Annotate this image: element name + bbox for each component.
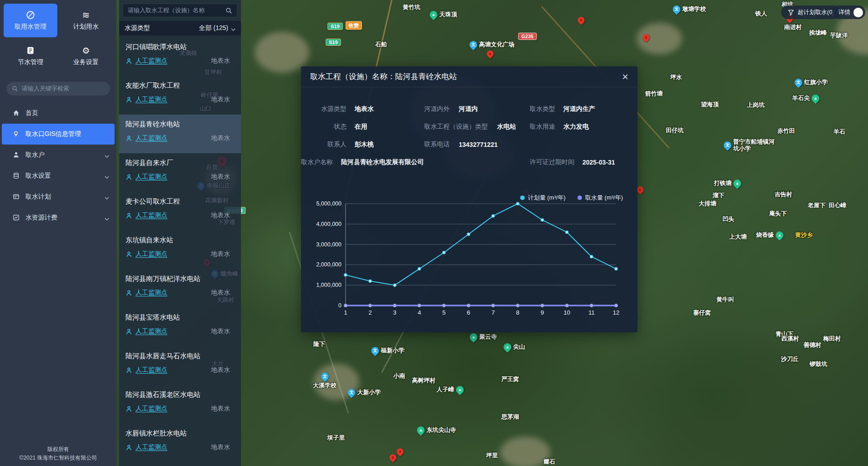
mountain-pin-icon[interactable]: ▲ <box>468 331 479 342</box>
map-label[interactable]: 南进村 <box>784 23 802 31</box>
station-list-item[interactable]: 水唇镇水栏肚水电站 人工监测点 地表水 <box>119 424 241 462</box>
map-label[interactable]: 善德村 <box>804 341 822 349</box>
map-label[interactable]: 黄牛叫 <box>717 296 734 304</box>
monitor-type[interactable]: 人工监测点 <box>135 173 167 181</box>
map-label[interactable]: S19 <box>327 23 343 30</box>
school-pin-icon[interactable]: 文 <box>793 77 804 88</box>
station-list-item[interactable]: 陆河县水唇走马石水电站 人工监测点 地表水 <box>119 346 241 385</box>
sidebar-menu-item[interactable]: 水资源计费 <box>0 207 116 228</box>
station-list-item[interactable]: 陆河县南万镇杞洋水电站 人工监测点 地表水 <box>119 269 241 308</box>
school-pin-icon[interactable]: 文 <box>346 387 357 398</box>
map-label[interactable]: 隆下 <box>313 340 325 348</box>
station-search-input[interactable]: 请输入取水工程（设施）名称 <box>123 4 237 17</box>
map-label[interactable]: 高树坪村 <box>412 376 436 385</box>
map-label[interactable]: 石船 <box>375 40 387 49</box>
map-label[interactable]: 上大塘 <box>729 233 747 241</box>
map-label[interactable]: 锣鼓坑 <box>810 360 828 368</box>
sidebar-menu-item[interactable]: 取水计划 <box>0 186 116 207</box>
map-label[interactable]: 西溪村 <box>782 335 799 343</box>
map-label[interactable]: 黄沙乡 <box>795 231 813 239</box>
map-label[interactable]: 溜下 <box>712 191 724 200</box>
mountain-pin-icon[interactable]: ▲ <box>415 425 426 436</box>
monitor-type[interactable]: 人工监测点 <box>135 250 167 258</box>
station-marker-pin-icon[interactable] <box>485 49 495 59</box>
map-label[interactable]: 挨垅峰 <box>809 29 827 37</box>
school-pin-icon[interactable]: 文 <box>468 39 479 50</box>
monitor-type[interactable]: 人工监测点 <box>135 327 167 336</box>
map-label[interactable]: 文大溪学校 <box>313 373 336 390</box>
map-label[interactable]: 箭竹塘 <box>645 90 663 98</box>
station-marker-pin-icon[interactable] <box>388 453 397 462</box>
map-label[interactable]: 赤竹田 <box>778 127 795 135</box>
station-list-item[interactable]: 陆河县宝塔水电站 人工监测点 地表水 <box>119 308 241 346</box>
legend-item[interactable]: 计划量 (m³/年) <box>520 194 566 202</box>
monitor-type[interactable]: 人工监测点 <box>135 57 167 65</box>
water-source-filter[interactable]: 水源类型 全部 (125) <box>119 21 241 35</box>
map-label[interactable]: 坝子里 <box>327 434 345 442</box>
station-list-item[interactable]: 陆河县激石溪老区水电站 人工监测点 地表水 <box>119 385 241 424</box>
station-list[interactable]: 河口镇唱歌潭水电站 人工监测点 地表水 友能水厂取水工程 人工监测点 地表水 陆… <box>119 37 241 466</box>
map-label[interactable]: 大排塘 <box>699 200 717 208</box>
map-label[interactable]: 沙刀丘 <box>781 355 799 363</box>
map-label[interactable]: 严王窝 <box>502 375 519 383</box>
mountain-pin-icon[interactable]: ▲ <box>502 341 513 352</box>
map-label[interactable]: 文红旗小学 <box>795 78 828 86</box>
map-label[interactable]: G235 <box>518 33 537 40</box>
mountain-pin-icon[interactable]: ▲ <box>732 178 743 189</box>
map-label[interactable]: 田心嶂 <box>829 201 847 210</box>
close-icon[interactable]: × <box>622 71 628 82</box>
map-label[interactable]: ▲天珠顶 <box>430 10 457 19</box>
map-label[interactable]: 上岗坑 <box>747 101 765 109</box>
toggle-knob-icon[interactable] <box>853 8 863 17</box>
monitor-type[interactable]: 人工监测点 <box>135 211 167 220</box>
map-label[interactable]: 文高塘文化广场 <box>470 40 515 49</box>
map-label[interactable]: 羊石 <box>833 128 845 136</box>
school-pin-icon[interactable]: 文 <box>671 4 682 15</box>
map-label[interactable]: 收费 <box>346 21 362 30</box>
module-button-4[interactable]: ⚙ 业务设置 <box>59 39 113 73</box>
map-label[interactable]: S19 <box>326 39 341 46</box>
station-marker-pin-icon[interactable] <box>395 447 405 456</box>
mountain-pin-icon[interactable]: ▲ <box>428 9 439 20</box>
sidebar-menu-item[interactable]: 首页 <box>0 103 116 124</box>
map-label[interactable]: ▲聚云寺 <box>470 333 497 341</box>
map-label[interactable]: 黄竹坑 <box>403 3 421 11</box>
map-label[interactable]: 打铁塘▲ <box>714 179 741 187</box>
map-label[interactable]: 凹头 <box>722 215 734 223</box>
station-list-item[interactable]: 麦卡公司取水工程 人工监测点 地表水 <box>119 192 241 230</box>
map-label[interactable]: 田仔坑 <box>666 126 684 135</box>
sidebar-menu-item[interactable]: 取水设置 <box>0 165 116 186</box>
monitor-type[interactable]: 人工监测点 <box>135 405 167 413</box>
map-label[interactable]: 文普宁市船埔镇河坑小学 <box>724 139 779 152</box>
school-pin-icon[interactable]: 文 <box>370 345 381 356</box>
map-label[interactable]: 梅田村 <box>823 335 841 343</box>
map-label[interactable]: 文大新小学 <box>348 388 381 396</box>
legend-item[interactable]: 取水量 (m³/年) <box>577 194 623 202</box>
detail-toggle[interactable]: 详情 <box>832 5 865 19</box>
map-label[interactable]: 寨仔窝 <box>693 309 711 317</box>
monitor-type[interactable]: 人工监测点 <box>135 134 167 142</box>
map-label[interactable]: ▲东坑尖山寺 <box>417 426 456 434</box>
module-button-1[interactable]: 取用水管理 <box>4 4 57 37</box>
map-label[interactable]: ▲尖山 <box>504 343 525 351</box>
station-list-item[interactable]: 友能水厂取水工程 人工监测点 地表水 <box>119 76 241 115</box>
monitor-type[interactable]: 人工监测点 <box>135 95 167 104</box>
module-button-3[interactable]: 节水管理 <box>4 39 57 73</box>
monitor-type[interactable]: 人工监测点 <box>135 443 167 451</box>
map-label[interactable]: 望海顶 <box>701 100 719 109</box>
school-pin-icon[interactable]: 文 <box>722 140 733 151</box>
map-label[interactable]: 坪水 <box>670 73 682 81</box>
search-icon[interactable] <box>226 7 232 14</box>
station-marker-pin-icon[interactable] <box>576 15 586 25</box>
map-label[interactable]: 庵头下 <box>769 210 787 218</box>
module-button-2[interactable]: ≋ 计划用水 <box>59 4 113 37</box>
chevron-down-icon[interactable] <box>231 26 236 30</box>
sidebar-menu-item[interactable]: 取水户 <box>0 145 116 165</box>
station-list-item[interactable]: 河口镇唱歌潭水电站 人工监测点 地表水 <box>119 37 241 76</box>
map-label[interactable]: 耀石 <box>543 458 555 466</box>
station-list-item[interactable]: 陆河县自来水厂 人工监测点 地表水 <box>119 153 241 192</box>
map-label[interactable]: 坪里 <box>486 451 498 460</box>
map-label[interactable]: 烧香缘▲ <box>756 231 783 239</box>
keyword-search-input[interactable]: 请输入关键字检索 <box>6 82 110 95</box>
mountain-pin-icon[interactable]: ▲ <box>774 230 785 241</box>
